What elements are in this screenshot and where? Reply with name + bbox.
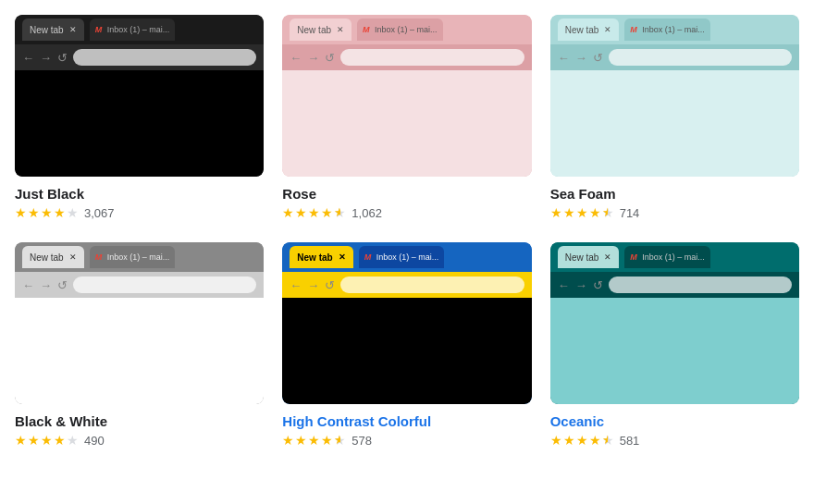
- gmail-tab-label: Inbox (1) – mai...: [107, 252, 170, 262]
- theme-title: Rose: [282, 186, 531, 202]
- browser-preview: New tab ✕ M Inbox (1) – mai... ← → ↺: [282, 15, 531, 177]
- address-bar: [73, 49, 256, 66]
- refresh-icon: ↺: [325, 278, 335, 292]
- new-tab: New tab ✕: [290, 246, 352, 268]
- theme-thumbnail: New tab ✕ M Inbox (1) – mai... ← → ↺: [550, 242, 799, 404]
- star-rating: ★★★★ ★ ★: [550, 205, 614, 220]
- star-half: ★ ★: [334, 205, 346, 220]
- gmail-icon: M: [95, 252, 105, 262]
- star-half: ★ ★: [602, 433, 614, 448]
- star-filled: ★: [15, 205, 27, 220]
- refresh-icon: ↺: [57, 51, 68, 65]
- browser-titlebar: New tab ✕ M Inbox (1) – mai...: [550, 15, 799, 44]
- tab-close-icon: ✕: [604, 25, 611, 34]
- back-icon: ←: [22, 51, 34, 65]
- theme-thumbnail: New tab ✕ M Inbox (1) – mai... ← → ↺: [282, 15, 531, 177]
- address-bar: [340, 277, 524, 293]
- star-filled: ★: [54, 433, 66, 448]
- browser-toolbar: ← → ↺: [550, 44, 799, 70]
- browser-titlebar: New tab ✕ M Inbox (1) – mai...: [15, 15, 264, 44]
- browser-toolbar: ← → ↺: [282, 272, 531, 298]
- gmail-icon: M: [630, 252, 639, 262]
- browser-preview: New tab ✕ M Inbox (1) – mai... ← → ↺: [15, 15, 264, 177]
- refresh-icon: ↺: [57, 278, 68, 292]
- browser-content: [550, 70, 799, 177]
- tab-close-icon: ✕: [339, 252, 346, 262]
- theme-title: Black & White: [15, 413, 264, 429]
- browser-toolbar: ← → ↺: [15, 272, 264, 298]
- browser-toolbar: ← → ↺: [282, 44, 531, 70]
- gmail-tab-label: Inbox (1) – mai...: [376, 252, 439, 262]
- star-rating: ★★★★★: [15, 205, 79, 220]
- star-rating: ★★★★ ★ ★: [550, 433, 614, 448]
- theme-title: Sea Foam: [550, 186, 799, 202]
- browser-content: [282, 298, 531, 404]
- tab-label: New tab: [30, 252, 64, 263]
- gmail-icon: M: [630, 25, 639, 34]
- rating-row: ★★★★ ★ ★ 714: [550, 205, 799, 220]
- rating-row: ★★★★★ 490: [15, 433, 264, 448]
- theme-card-high-contrast-colorful[interactable]: New tab ✕ M Inbox (1) – mai... ← → ↺ H: [282, 242, 531, 448]
- tab-label: New tab: [297, 252, 332, 263]
- tab-label: New tab: [565, 252, 599, 263]
- rating-row: ★★★★★ 3,067: [15, 205, 264, 220]
- theme-thumbnail: New tab ✕ M Inbox (1) – mai... ← → ↺: [15, 242, 264, 404]
- new-tab: New tab ✕: [22, 18, 84, 41]
- star-filled: ★: [576, 433, 588, 448]
- star-filled: ★: [54, 205, 66, 220]
- refresh-icon: ↺: [593, 278, 603, 292]
- review-count: 3,067: [84, 206, 115, 220]
- star-rating: ★★★★ ★ ★: [282, 205, 346, 220]
- browser-content: [282, 70, 531, 177]
- address-bar: [609, 49, 792, 66]
- browser-content: [550, 298, 799, 404]
- address-bar: [73, 277, 256, 293]
- gmail-tab-label: Inbox (1) – mai...: [642, 25, 705, 34]
- new-tab: New tab ✕: [22, 246, 84, 268]
- browser-titlebar: New tab ✕ M Inbox (1) – mai...: [15, 242, 264, 272]
- star-filled: ★: [295, 205, 307, 220]
- review-count: 714: [620, 206, 640, 220]
- theme-card-black-white[interactable]: New tab ✕ M Inbox (1) – mai... ← → ↺ B: [15, 242, 264, 448]
- gmail-tab: M Inbox (1) – mai...: [624, 246, 710, 268]
- new-tab: New tab ✕: [558, 18, 620, 41]
- back-icon: ←: [290, 278, 302, 292]
- theme-card-oceanic[interactable]: New tab ✕ M Inbox (1) – mai... ← → ↺ O: [550, 242, 799, 448]
- star-filled: ★: [589, 205, 601, 220]
- browser-preview: New tab ✕ M Inbox (1) – mai... ← → ↺: [282, 242, 531, 404]
- star-empty: ★: [67, 433, 79, 448]
- browser-toolbar: ← → ↺: [15, 44, 264, 70]
- rating-row: ★★★★ ★ ★ 581: [550, 433, 799, 448]
- gmail-tab-label: Inbox (1) – mai...: [375, 25, 438, 34]
- star-empty: ★: [67, 205, 79, 220]
- browser-titlebar: New tab ✕ M Inbox (1) – mai...: [550, 242, 799, 272]
- forward-icon: →: [575, 51, 587, 65]
- gmail-icon: M: [364, 252, 374, 262]
- refresh-icon: ↺: [593, 51, 603, 65]
- tab-close-icon: ✕: [69, 25, 77, 34]
- star-filled: ★: [589, 433, 601, 448]
- review-count: 1,062: [352, 206, 382, 220]
- tab-label: New tab: [30, 25, 64, 35]
- tab-close-icon: ✕: [604, 252, 611, 262]
- back-icon: ←: [558, 51, 570, 65]
- forward-icon: →: [307, 278, 319, 292]
- theme-card-sea-foam[interactable]: New tab ✕ M Inbox (1) – mai... ← → ↺ S: [550, 15, 799, 220]
- address-bar: [340, 49, 524, 66]
- star-filled: ★: [563, 205, 575, 220]
- star-filled: ★: [563, 433, 575, 448]
- star-half: ★ ★: [334, 433, 346, 448]
- back-icon: ←: [290, 51, 302, 65]
- theme-title: High Contrast Colorful: [282, 413, 531, 429]
- star-filled: ★: [308, 205, 320, 220]
- review-count: 581: [620, 434, 640, 448]
- theme-card-rose[interactable]: New tab ✕ M Inbox (1) – mai... ← → ↺ R: [282, 15, 531, 220]
- new-tab: New tab ✕: [558, 246, 620, 268]
- star-rating: ★★★★★: [15, 433, 79, 448]
- browser-preview: New tab ✕ M Inbox (1) – mai... ← → ↺: [550, 242, 799, 404]
- browser-content: [15, 70, 264, 177]
- theme-thumbnail: New tab ✕ M Inbox (1) – mai... ← → ↺: [282, 242, 531, 404]
- rating-row: ★★★★ ★ ★ 1,062: [282, 205, 531, 220]
- star-filled: ★: [550, 433, 562, 448]
- theme-card-just-black[interactable]: New tab ✕ M Inbox (1) – mai... ← → ↺ J: [15, 15, 264, 220]
